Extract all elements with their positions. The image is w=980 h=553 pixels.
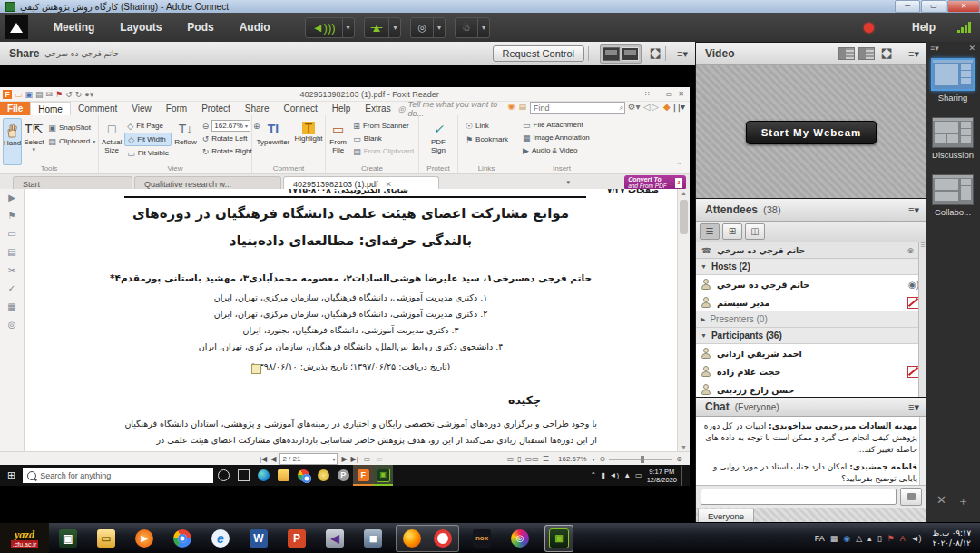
menu-meeting[interactable]: Meeting: [41, 21, 107, 34]
layout-delete-icon[interactable]: ✕: [936, 493, 946, 509]
show-desktop-button[interactable]: [681, 466, 686, 486]
help-tray-icon[interactable]: ◉: [843, 534, 850, 543]
tray-network-icon[interactable]: ▲: [623, 471, 631, 479]
volume-icon[interactable]: ◄): [911, 534, 922, 543]
signature-panel-icon[interactable]: ✓: [8, 283, 15, 293]
microphone-dropdown[interactable]: ▾: [389, 24, 400, 32]
attendee-row-p1[interactable]: احمد شريفي اردانی: [696, 344, 926, 362]
first-page-icon[interactable]: |◀: [260, 455, 267, 463]
keyboard-icon[interactable]: ▦: [830, 534, 838, 543]
attendee-row-host1[interactable]: حاتم قرجي ده سرخي ◉): [696, 275, 926, 293]
close-button[interactable]: ✕: [947, 0, 980, 13]
settings-icon[interactable]: ⚙▾: [628, 102, 641, 115]
from-file-button[interactable]: ▭ From File: [328, 118, 348, 163]
layout-add-icon[interactable]: ＋: [957, 493, 969, 509]
audio-video-button[interactable]: ▶Audio & Video: [520, 144, 608, 156]
tab-home[interactable]: Home: [30, 102, 71, 115]
opera-icon[interactable]: [429, 526, 456, 551]
tab-overflow-icon[interactable]: ▾: [566, 179, 570, 186]
menu-audio[interactable]: Audio: [227, 21, 283, 34]
highlight-button[interactable]: T Highlight: [294, 118, 323, 163]
connect-host-taskbar-icon[interactable]: ▣: [544, 525, 573, 552]
doc-tab-close-icon[interactable]: ✕: [386, 180, 393, 189]
file-attachment-button[interactable]: ▭File Attachment: [520, 119, 608, 131]
foxit-logo-icon[interactable]: F: [3, 90, 12, 99]
reading-icon[interactable]: ▤: [518, 102, 526, 115]
fit-visible-button[interactable]: ▭Fit Visible: [124, 147, 172, 159]
tab-extras[interactable]: Extras: [358, 102, 397, 115]
document-scrollbar[interactable]: ▲ ▼: [677, 189, 690, 451]
tab-view[interactable]: View: [124, 102, 159, 115]
zoom-level-box[interactable]: 162.67%▾: [211, 120, 250, 132]
actual-size-button[interactable]: □ Actual Size: [102, 118, 122, 163]
video-grid-view-icon[interactable]: [838, 47, 855, 60]
layout-discussion-thumb[interactable]: [932, 117, 974, 148]
win10-start-button[interactable]: ⊞: [0, 469, 23, 481]
attendee-status-view-icon[interactable]: ◫: [745, 223, 765, 240]
video-film-view-icon[interactable]: [858, 47, 875, 60]
webcam-dropdown[interactable]: ▾: [434, 24, 445, 32]
attendee-row-p2[interactable]: حجت غلام زاده: [696, 362, 926, 380]
continuous-facing-icon[interactable]: ☰: [543, 455, 549, 463]
clipboard-button[interactable]: ▤Clipboard▾: [45, 135, 98, 147]
flag-icon[interactable]: ⚑: [55, 90, 63, 99]
share-pod-menu-icon[interactable]: ≡▾: [670, 48, 695, 60]
microphone-button[interactable]: ▲ ▾: [364, 17, 402, 38]
layouts-menu-icon[interactable]: ≡▾: [930, 44, 939, 53]
fit-page-button[interactable]: ◇Fit Page: [124, 120, 172, 132]
prev-page-icon[interactable]: ◀: [270, 455, 276, 463]
location-icon[interactable]: ◉: [508, 102, 515, 115]
idm-icon[interactable]: [313, 465, 333, 486]
snapshot-button[interactable]: ▣SnapShot: [45, 122, 98, 133]
attendee-row-p3[interactable]: حسن زارع زردینی: [696, 380, 926, 399]
nox-icon[interactable]: nox: [468, 526, 495, 551]
video-fullscreen-icon[interactable]: ◤◥◣◢: [880, 48, 893, 59]
share-view-2-icon[interactable]: [622, 47, 639, 61]
print-icon[interactable]: ▤: [35, 90, 44, 99]
connect-taskbar-icon[interactable]: ▣: [373, 465, 393, 486]
reflow-button[interactable]: T↓ Reflow: [174, 118, 196, 163]
minimize-button[interactable]: ─: [895, 0, 920, 13]
paint-icon[interactable]: ◎: [506, 526, 534, 551]
attendee-row-host2[interactable]: مدير سيستم: [696, 293, 926, 311]
speaker-row-close-icon[interactable]: ⊗: [906, 246, 914, 255]
share-view-1-icon[interactable]: [603, 47, 620, 61]
image-annotation-button[interactable]: ▦Image Annotation: [520, 132, 608, 143]
layout-sharing-thumb[interactable]: [931, 58, 975, 91]
word-icon[interactable]: W: [245, 526, 272, 551]
find-input[interactable]: [531, 104, 620, 113]
convert-pdf-badge[interactable]: Convert Toand From PDF ↓ 1: [624, 175, 686, 190]
speaker-button[interactable]: ◄))) ▾: [305, 17, 355, 38]
tab-help[interactable]: Help: [325, 102, 358, 115]
facing-page-icon[interactable]: ▭▭: [525, 455, 539, 463]
chat-pod-menu-icon[interactable]: ≡▾: [901, 401, 926, 413]
scroll-up-icon[interactable]: ▲: [681, 190, 687, 196]
task-view-icon[interactable]: [233, 465, 253, 486]
undo-icon[interactable]: ↺: [65, 90, 73, 99]
ribbon-collapse-icon[interactable]: ⌃: [676, 162, 682, 170]
webcam-button[interactable]: ◎ ▾: [410, 17, 446, 38]
status-zoom-out-icon[interactable]: ⊖: [600, 455, 606, 463]
foxit-close-button[interactable]: ✕: [678, 90, 684, 98]
foxit-taskbar-icon[interactable]: F: [353, 465, 373, 486]
panel-expand-icon[interactable]: ▶: [8, 193, 15, 202]
cortana-icon[interactable]: [213, 465, 233, 486]
prev-view-icon[interactable]: ▭: [364, 455, 371, 463]
attachments-panel-icon[interactable]: ✂: [8, 265, 15, 275]
firefox-icon[interactable]: [398, 526, 426, 551]
layout-collab-thumb[interactable]: [932, 174, 974, 205]
foxit-restore-button[interactable]: ▭: [666, 90, 673, 98]
video-pod-menu-icon[interactable]: ≡▾: [901, 48, 926, 60]
attendees-pod-menu-icon[interactable]: ≡▾: [901, 204, 926, 216]
connection-status-icon[interactable]: [957, 22, 971, 33]
menu-help[interactable]: Help: [899, 21, 948, 34]
status-zoom-in-icon[interactable]: ⊕: [676, 455, 682, 463]
pages-panel-icon[interactable]: ▭: [7, 229, 15, 239]
fullscreen-icon[interactable]: ◤◥◣◢: [649, 48, 662, 59]
display-icon[interactable]: ▯: [877, 534, 882, 543]
usb-icon[interactable]: △: [856, 534, 862, 543]
tray-volume-icon[interactable]: ◄): [610, 471, 620, 479]
chat-send-button[interactable]: [900, 488, 922, 506]
participants-section[interactable]: ▼Participants (36): [696, 328, 926, 344]
explorer-taskbar-icon[interactable]: ▭: [93, 526, 120, 551]
